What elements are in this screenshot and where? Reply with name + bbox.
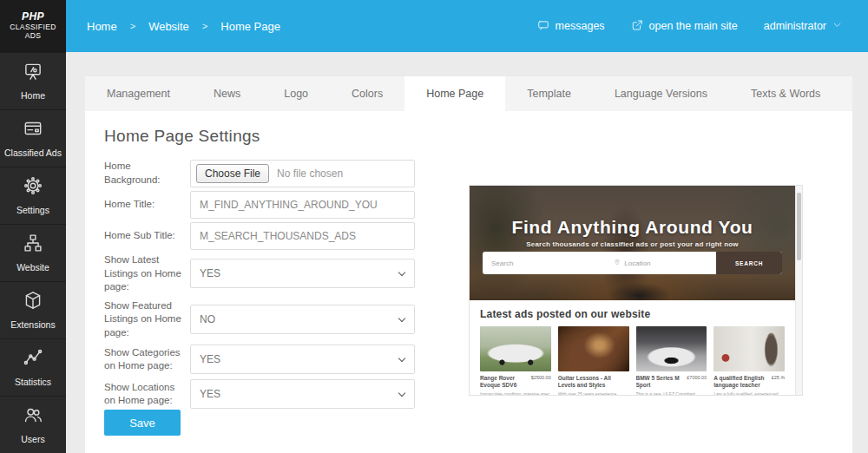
topbar: Home > Website > Home Page messages open… bbox=[66, 0, 868, 52]
message-icon bbox=[537, 19, 549, 34]
breadcrumb-website[interactable]: Website bbox=[148, 20, 189, 33]
ad-description: This is a new, ULEZ Compliant, petrol ve… bbox=[636, 391, 707, 395]
user-menu[interactable]: administrator bbox=[764, 20, 842, 32]
external-link-icon bbox=[631, 19, 643, 34]
ad-title: Guitar Lessons - All Levels and Styles bbox=[558, 375, 626, 390]
sidebar-item-label: Users bbox=[19, 434, 46, 445]
sidebar-item-label: Classified Ads bbox=[3, 148, 63, 159]
ad-card: A qualified English language teacher £25… bbox=[713, 326, 785, 395]
preview-location-label: Location bbox=[624, 259, 650, 267]
sidebar-item-label: Home bbox=[19, 90, 47, 102]
ad-title: Range Rover Evoque SDV6 bbox=[480, 375, 528, 390]
tab-home-page[interactable]: Home Page bbox=[404, 76, 505, 111]
breadcrumb-current-page: Home Page bbox=[220, 20, 280, 33]
home-board-icon bbox=[22, 60, 44, 86]
topbar-actions: messages open the main site administrato… bbox=[537, 19, 842, 34]
gear-icon bbox=[22, 174, 44, 200]
location-pin-icon bbox=[614, 259, 621, 267]
sidebar-item-label: Extensions bbox=[9, 319, 56, 331]
ad-price: £7000.00 bbox=[687, 375, 707, 380]
form-row-latest-listings: Show Latest Listings on Home page: YES bbox=[104, 253, 415, 294]
ad-title: BMW 5 Series M Sport bbox=[636, 375, 684, 390]
tab-template[interactable]: Template bbox=[505, 76, 593, 111]
preview-content: Find Anything Around You Search thousand… bbox=[470, 186, 795, 395]
logo-line1: PHP bbox=[22, 11, 44, 23]
sidebar-item-label: Statistics bbox=[13, 377, 53, 388]
settings-panel: Home Page Settings Home Background: Choo… bbox=[85, 111, 852, 453]
ad-description: With over 25 years experience teaching -… bbox=[558, 391, 629, 395]
preview-hero-subtitle: Search thousands of classified ads or po… bbox=[470, 240, 795, 248]
breadcrumb: Home > Website > Home Page bbox=[87, 20, 280, 33]
settings-form: Home Background: Choose File No file cho… bbox=[104, 160, 415, 414]
ad-title: A qualified English language teacher bbox=[713, 375, 767, 390]
form-row-home-subtitle: Home Sub Title: bbox=[104, 222, 415, 250]
save-button[interactable]: Save bbox=[104, 410, 181, 436]
locations-label: Show Locations on Home page: bbox=[104, 381, 190, 408]
messages-label: messages bbox=[556, 20, 605, 32]
home-subtitle-label: Home Sub Title: bbox=[104, 229, 190, 243]
tab-management[interactable]: Management bbox=[85, 76, 192, 111]
sidebar-item-home[interactable]: Home bbox=[0, 52, 66, 109]
home-page-preview: Find Anything Around You Search thousand… bbox=[469, 185, 803, 396]
form-row-featured-listings: Show Featured Listings on Home page: NO bbox=[104, 299, 415, 340]
ad-image-guitar bbox=[558, 326, 629, 371]
preview-latest-ads-section: Latest ads posted on our website Range R… bbox=[470, 300, 795, 395]
sidebar-item-website[interactable]: Website bbox=[0, 224, 66, 281]
latest-listings-label: Show Latest Listings on Home page: bbox=[104, 253, 190, 294]
card-icon bbox=[22, 117, 44, 143]
preview-hero-title: Find Anything Around You bbox=[470, 217, 795, 238]
preview-search-button: SEARCH bbox=[716, 252, 782, 274]
categories-select[interactable]: YES bbox=[190, 345, 415, 374]
choose-file-button[interactable]: Choose File bbox=[196, 164, 269, 183]
breadcrumb-separator: > bbox=[202, 21, 207, 31]
sidebar-item-extensions[interactable]: Extensions bbox=[0, 281, 66, 338]
home-background-file-input[interactable]: Choose File No file chosen bbox=[190, 160, 415, 187]
preview-scrollbar[interactable] bbox=[795, 186, 802, 395]
ad-description: Immaculate condition, massive spec, driv… bbox=[480, 391, 551, 395]
tab-bar: Management News Logo Colors Home Page Te… bbox=[85, 76, 852, 111]
open-main-site-link[interactable]: open the main site bbox=[631, 19, 738, 34]
tab-texts-words[interactable]: Texts & Words bbox=[729, 76, 842, 111]
tab-language-versions[interactable]: Language Versions bbox=[593, 76, 729, 111]
categories-label: Show Categories on Home page: bbox=[104, 346, 190, 373]
sidebar-item-label: Settings bbox=[15, 205, 51, 216]
locations-select[interactable]: YES bbox=[190, 379, 415, 409]
home-subtitle-input[interactable] bbox=[190, 222, 415, 250]
breadcrumb-home[interactable]: Home bbox=[87, 20, 117, 33]
form-row-background: Home Background: Choose File No file cho… bbox=[104, 160, 415, 187]
ad-card: Range Rover Evoque SDV6 $2500.00 Immacul… bbox=[480, 326, 551, 395]
latest-listings-select[interactable]: YES bbox=[190, 259, 415, 288]
form-row-locations: Show Locations on Home page: YES bbox=[104, 379, 415, 409]
form-row-home-title: Home Title: bbox=[104, 191, 415, 219]
preview-search-input: Search bbox=[483, 259, 614, 267]
tab-news[interactable]: News bbox=[192, 76, 262, 111]
preview-hero-image: Find Anything Around You Search thousand… bbox=[470, 186, 795, 300]
user-menu-label: administrator bbox=[764, 20, 826, 32]
logo-line3: ADS bbox=[25, 32, 42, 41]
messages-link[interactable]: messages bbox=[537, 19, 605, 34]
main-content: Management News Logo Colors Home Page Te… bbox=[85, 76, 852, 453]
sidebar-item-users[interactable]: Users bbox=[0, 396, 66, 453]
no-file-chosen-text: No file chosen bbox=[277, 167, 343, 180]
home-title-label: Home Title: bbox=[104, 198, 190, 212]
sidebar-item-settings[interactable]: Settings bbox=[0, 167, 66, 224]
breadcrumb-separator: > bbox=[130, 21, 135, 31]
preview-latest-heading: Latest ads posted on our website bbox=[480, 308, 785, 320]
preview-search-bar: Search Location SEARCH bbox=[483, 252, 782, 274]
sitemap-icon bbox=[22, 232, 44, 258]
preview-scrollbar-thumb[interactable] bbox=[797, 193, 801, 260]
background-label: Home Background: bbox=[104, 160, 190, 187]
users-icon bbox=[22, 404, 44, 430]
featured-listings-select[interactable]: NO bbox=[190, 305, 415, 334]
preview-location-input: Location bbox=[614, 259, 716, 267]
sidebar-item-classified-ads[interactable]: Classified Ads bbox=[0, 109, 66, 167]
home-title-input[interactable] bbox=[190, 191, 415, 219]
sidebar-item-statistics[interactable]: Statistics bbox=[0, 338, 66, 396]
tab-logo[interactable]: Logo bbox=[262, 76, 330, 111]
page-title: Home Page Settings bbox=[104, 127, 852, 146]
ad-description: I am a fully qualified, experienced Engl… bbox=[713, 391, 785, 395]
featured-listings-label: Show Featured Listings on Home page: bbox=[104, 299, 190, 340]
preview-ad-cards: Range Rover Evoque SDV6 $2500.00 Immacul… bbox=[480, 326, 785, 395]
tab-colors[interactable]: Colors bbox=[330, 76, 404, 111]
app-logo[interactable]: PHP CLASSIFIED ADS bbox=[0, 0, 66, 52]
